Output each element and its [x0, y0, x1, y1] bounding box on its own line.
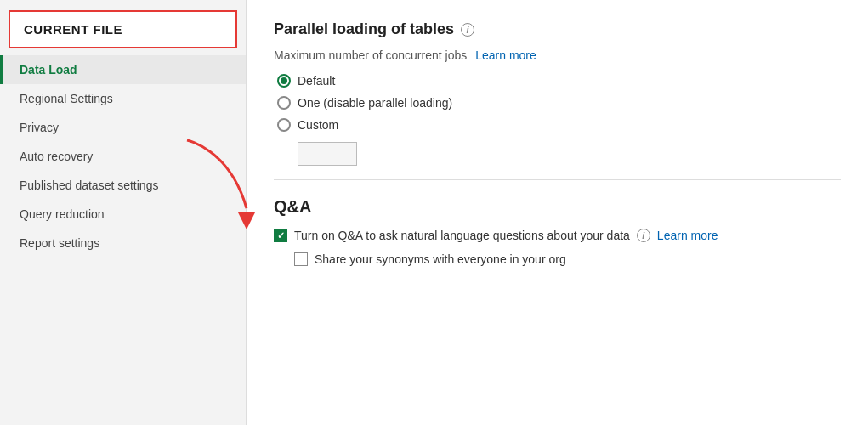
radio-label-one: One (disable parallel loading)	[298, 96, 452, 110]
sidebar-nav: Data Load Regional Settings Privacy Auto…	[0, 55, 246, 258]
parallel-info-icon[interactable]: i	[461, 23, 474, 37]
radio-option-one[interactable]: One (disable parallel loading)	[277, 96, 841, 110]
synonyms-checkbox[interactable]	[294, 252, 308, 266]
custom-jobs-input[interactable]	[298, 142, 357, 166]
section-title-parallel: Parallel loading of tables i	[274, 20, 841, 38]
radio-label-default: Default	[298, 74, 335, 88]
synonyms-label: Share your synonyms with everyone in you…	[315, 252, 566, 266]
radio-option-default[interactable]: Default	[277, 74, 841, 88]
radio-circle-one[interactable]	[277, 96, 291, 110]
radio-option-custom[interactable]: Custom	[277, 118, 841, 132]
sidebar-item-query-reduction[interactable]: Query reduction	[0, 200, 246, 229]
synonyms-row: Share your synonyms with everyone in you…	[274, 252, 841, 266]
qa-title: Q&A	[274, 197, 841, 217]
concurrent-jobs-radio-group: Default One (disable parallel loading) C…	[274, 74, 841, 166]
sidebar-item-regional-settings[interactable]: Regional Settings	[0, 84, 246, 113]
qa-enable-label: Turn on Q&A to ask natural language ques…	[294, 229, 630, 242]
main-content: Parallel loading of tables i Maximum num…	[247, 0, 868, 425]
radio-circle-custom[interactable]	[277, 118, 291, 132]
sidebar: CURRENT FILE Data Load Regional Settings…	[0, 0, 247, 425]
qa-enable-checkbox[interactable]	[274, 229, 287, 242]
max-jobs-row: Maximum number of concurrent jobs Learn …	[274, 48, 841, 62]
sidebar-item-auto-recovery[interactable]: Auto recovery	[0, 142, 246, 171]
divider	[274, 179, 841, 180]
sidebar-item-report-settings[interactable]: Report settings	[0, 229, 246, 258]
sidebar-header: CURRENT FILE	[9, 10, 237, 48]
qa-section: Q&A Turn on Q&A to ask natural language …	[274, 197, 841, 266]
sidebar-item-privacy[interactable]: Privacy	[0, 113, 246, 142]
qa-info-icon[interactable]: i	[637, 229, 650, 242]
sidebar-item-data-load[interactable]: Data Load	[0, 55, 246, 84]
radio-circle-default[interactable]	[277, 74, 291, 88]
sidebar-item-published-dataset-settings[interactable]: Published dataset settings	[0, 171, 246, 200]
learn-more-link-parallel[interactable]: Learn more	[475, 48, 536, 62]
radio-label-custom: Custom	[298, 118, 338, 132]
qa-checkbox-row: Turn on Q&A to ask natural language ques…	[274, 229, 841, 242]
learn-more-link-qa[interactable]: Learn more	[657, 229, 718, 242]
max-jobs-label: Maximum number of concurrent jobs	[274, 48, 467, 62]
sidebar-header-label: CURRENT FILE	[24, 22, 122, 37]
